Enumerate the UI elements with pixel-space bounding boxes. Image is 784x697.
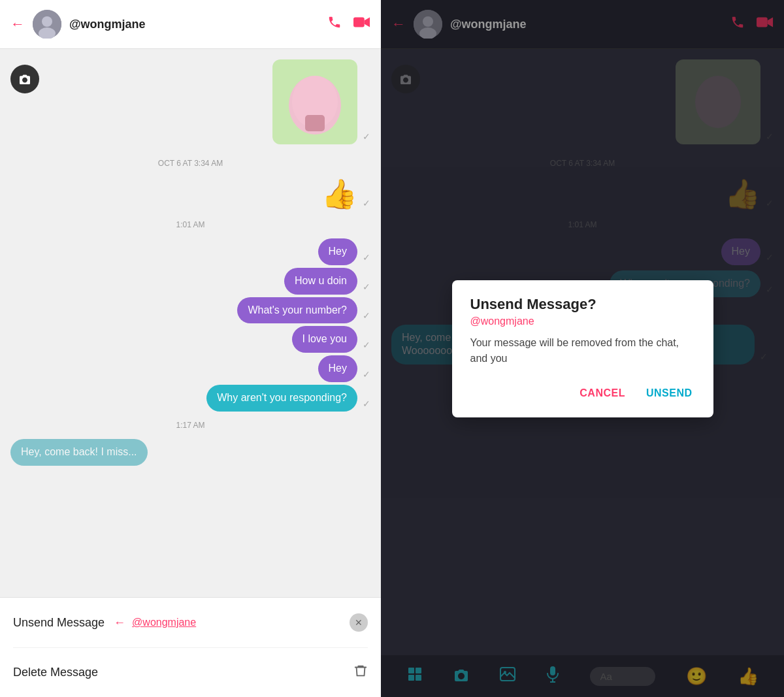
delete-message-item[interactable]: Delete Message [13, 648, 368, 697]
left-header: ← @wongmjane [0, 0, 381, 49]
timestamp-oct6: OCT 6 AT 3:34 AM [10, 159, 370, 168]
message-bubble-hey2[interactable]: Hey [318, 355, 357, 382]
table-row: How u doin ✓ [10, 268, 370, 295]
unsend-username-tag: @wongmjane [132, 617, 196, 628]
table-row: Hey ✓ [10, 238, 370, 265]
avatar [33, 10, 61, 39]
check-icon-8: ✓ [363, 398, 370, 409]
unsend-label: Unsend Message ← @wongmjane [13, 616, 196, 630]
thumbs-up-emoji: 👍 [321, 177, 357, 211]
trash-icon [353, 664, 368, 681]
svg-point-1 [42, 16, 52, 27]
unsend-button[interactable]: UNSEND [644, 382, 695, 404]
unsend-message-item[interactable]: Unsend Message ← @wongmjane ✕ [13, 598, 368, 648]
left-chat-area: ✓ OCT 6 AT 3:34 AM 👍 ✓ 1:01 AM Hey ✓ How… [0, 49, 381, 597]
table-row: What's your number? ✓ [10, 297, 370, 324]
right-panel: ← @wongmjane [381, 0, 784, 697]
svg-rect-7 [305, 115, 325, 131]
message-bubble-number[interactable]: What's your number? [237, 297, 357, 324]
table-row: Hey ✓ [10, 355, 370, 382]
bottom-sheet: Unsend Message ← @wongmjane ✕ Delete Mes… [0, 597, 381, 697]
timestamp-117: 1:17 AM [10, 421, 370, 430]
message-bubble-responding[interactable]: Why aren't you responding? [206, 385, 357, 412]
table-row: Hey, come back! I miss... [10, 439, 370, 466]
check-icon: ✓ [363, 131, 370, 142]
thumbs-row: 👍 ✓ [10, 177, 370, 211]
sticker-image [272, 59, 357, 144]
cancel-button[interactable]: CANCEL [577, 382, 628, 404]
dialog-title: Unsend Message? [470, 296, 695, 313]
message-bubble-how[interactable]: How u doin [284, 268, 357, 295]
check-icon-7: ✓ [363, 369, 370, 380]
message-bubble-love[interactable]: I love you [292, 326, 357, 353]
check-icon-2: ✓ [363, 198, 370, 208]
header-username: @wongmjane [69, 18, 319, 31]
camera-button[interactable] [10, 65, 39, 93]
back-button[interactable]: ← [10, 16, 25, 33]
table-row: I love you ✓ [10, 326, 370, 353]
table-row: Why aren't you responding? ✓ [10, 385, 370, 412]
unsend-dialog: Unsend Message? @wongmjane Your message … [452, 280, 713, 417]
header-icons [327, 15, 370, 33]
message-bubble-hey[interactable]: Hey [318, 238, 357, 265]
check-icon-3: ✓ [363, 252, 370, 263]
dialog-username: @wongmjane [470, 316, 695, 327]
check-icon-5: ✓ [363, 310, 370, 321]
dialog-body: Your message will be removed from the ch… [470, 335, 695, 366]
dialog-overlay: Unsend Message? @wongmjane Your message … [381, 0, 784, 697]
check-icon-6: ✓ [363, 340, 370, 350]
message-bubble-partial[interactable]: Hey, come back! I miss... [10, 439, 148, 466]
svg-rect-3 [353, 18, 365, 27]
left-panel: ← @wongmjane [0, 0, 381, 697]
arrow-icon: ← [114, 616, 125, 630]
check-icon-4: ✓ [363, 282, 370, 292]
close-button[interactable]: ✕ [350, 613, 368, 632]
call-icon[interactable] [327, 15, 342, 33]
video-icon[interactable] [353, 15, 370, 33]
timestamp-101: 1:01 AM [10, 220, 370, 229]
delete-label: Delete Message [13, 666, 98, 679]
dialog-actions: CANCEL UNSEND [470, 382, 695, 404]
